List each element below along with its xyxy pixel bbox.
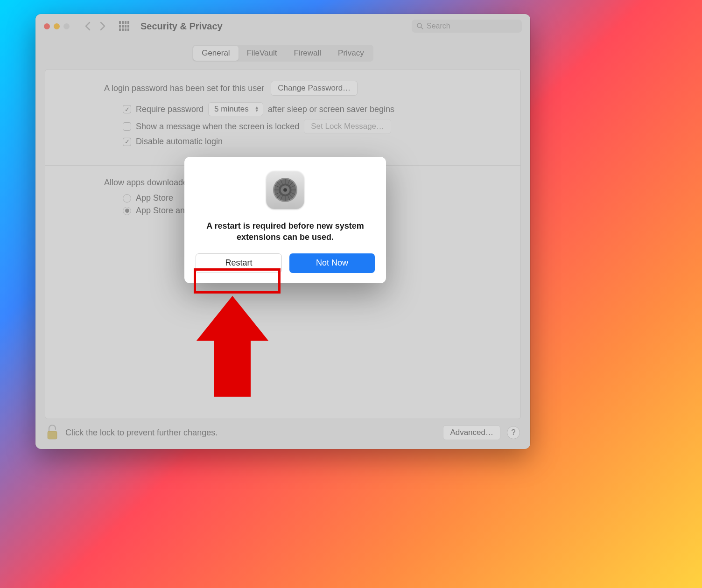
show-message-checkbox[interactable] — [123, 122, 131, 131]
nav-buttons — [81, 19, 110, 33]
tab-firewall[interactable]: Firewall — [286, 46, 330, 61]
lock-icon[interactable] — [46, 425, 59, 441]
window-title: Security & Privacy — [140, 21, 223, 32]
app-store-identified-radio[interactable] — [123, 207, 131, 215]
maximize-window-button[interactable] — [63, 23, 70, 29]
titlebar: Security & Privacy — [35, 14, 530, 38]
system-preferences-icon — [266, 171, 304, 209]
show-all-button[interactable] — [119, 21, 129, 31]
nav-forward-button[interactable] — [96, 19, 110, 33]
dialog-message: A restart is required before new system … — [194, 220, 377, 243]
window-footer: Click the lock to prevent further change… — [35, 418, 530, 449]
app-store-label: App Store — [136, 193, 173, 203]
search-icon — [416, 22, 424, 30]
disable-auto-login-checkbox[interactable] — [123, 138, 131, 146]
set-lock-message-button[interactable]: Set Lock Message… — [304, 119, 391, 134]
require-password-label: Require password — [136, 105, 204, 114]
require-password-delay-value: 5 minutes — [214, 105, 249, 113]
require-password-checkbox[interactable] — [123, 105, 131, 113]
chevron-up-down-icon: ▲▼ — [255, 106, 259, 112]
nav-back-button[interactable] — [81, 19, 95, 33]
svg-point-15 — [283, 188, 287, 192]
disable-auto-login-label: Disable automatic login — [136, 137, 223, 147]
tab-filevault[interactable]: FileVault — [239, 46, 286, 61]
tab-bar: General FileVault Firewall Privacy — [35, 38, 530, 62]
search-field-wrap[interactable] — [412, 20, 522, 33]
after-sleep-text: after sleep or screen saver begins — [268, 105, 394, 114]
app-store-radio[interactable] — [123, 194, 131, 203]
require-password-delay-select[interactable]: 5 minutes ▲▼ — [208, 102, 263, 116]
login-password-text: A login password has been set for this u… — [104, 84, 264, 93]
show-message-label: Show a message when the screen is locked — [136, 122, 299, 132]
minimize-window-button[interactable] — [54, 23, 60, 29]
advanced-button[interactable]: Advanced… — [443, 425, 500, 440]
not-now-button[interactable]: Not Now — [289, 253, 375, 273]
restart-dialog: A restart is required before new system … — [184, 157, 386, 283]
restart-button[interactable]: Restart — [196, 253, 282, 273]
svg-line-1 — [421, 27, 423, 29]
window-controls — [44, 23, 70, 29]
lock-help-text: Click the lock to prevent further change… — [65, 428, 436, 438]
svg-rect-2 — [48, 431, 57, 439]
search-input[interactable] — [427, 22, 517, 30]
tab-general[interactable]: General — [193, 46, 238, 61]
help-button[interactable]: ? — [507, 426, 520, 439]
close-window-button[interactable] — [44, 23, 50, 29]
tab-privacy[interactable]: Privacy — [330, 46, 372, 61]
change-password-button[interactable]: Change Password… — [271, 81, 358, 96]
